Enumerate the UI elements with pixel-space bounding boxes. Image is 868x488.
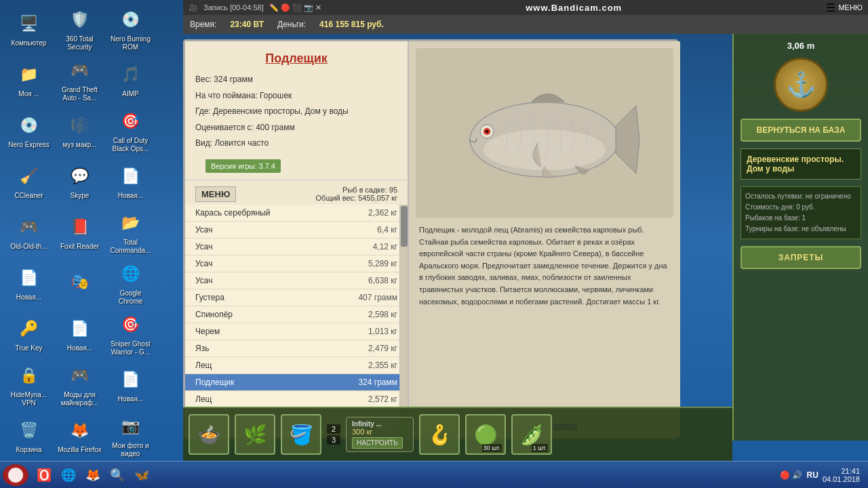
fish-weight-1: 6,4 кг bbox=[350, 225, 397, 235]
scrollbar-thumb[interactable] bbox=[401, 206, 408, 247]
fish-row-2[interactable]: Усач 4,12 кг bbox=[185, 239, 408, 256]
fish-row-4[interactable]: Усач 6,638 кг bbox=[185, 272, 408, 289]
desktop-icon-1[interactable]: 🛡️ 360 Total Security bbox=[54, 3, 105, 54]
desktop-icon-23[interactable]: 📄 Новая... bbox=[105, 359, 156, 410]
recording-info: 🎥 Запись [00-04:58] ✏️ 🔴 ⬛ 📷 ✕ bbox=[189, 3, 321, 12]
taskbar-opera[interactable]: 🅾️ bbox=[33, 464, 56, 486]
desktop-icon-img-8: 🎯 bbox=[117, 108, 144, 135]
desktop-icon-2[interactable]: 💿 Nero Burning ROM bbox=[105, 3, 156, 54]
fish-row-10[interactable]: Подлещик 324 грамм bbox=[185, 374, 408, 391]
desktop-icon-22[interactable]: 🎮 Моды для майнкраф... bbox=[54, 359, 105, 410]
desktop-icon-24[interactable]: 🗑️ Корзина bbox=[3, 410, 54, 461]
start-button[interactable] bbox=[3, 464, 28, 486]
desktop-icon-grid: 🖥️ Компьютер 🛡️ 360 Total Security 💿 Ner… bbox=[0, 0, 173, 461]
desktop-icon-9[interactable]: 🧹 CCleaner bbox=[3, 156, 54, 207]
desktop-icon-img-9: 🧹 bbox=[16, 163, 43, 190]
desktop-icon-15[interactable]: 📄 Новая... bbox=[3, 258, 54, 308]
fish-row-1[interactable]: Усач 6,4 кг bbox=[185, 222, 408, 239]
inventory-1-icon: 🪝 bbox=[428, 424, 452, 446]
desktop-icon-19[interactable]: 📄 Новая... bbox=[54, 308, 105, 359]
fish-count-value: Рыб в садке: 95 bbox=[316, 186, 397, 194]
desktop-icon-13[interactable]: 📕 Foxit Reader bbox=[54, 207, 105, 258]
desktop-icon-label-11: Новая... bbox=[118, 192, 143, 200]
desktop-icon-10[interactable]: 💬 Skype bbox=[54, 156, 105, 207]
taskbar-notification-icons[interactable]: 🔴 🔊 bbox=[780, 464, 803, 486]
bait-slot-3[interactable]: 🪣 bbox=[281, 414, 321, 455]
fish-description: Подлещик - молодой лещ (Abramis) из семе… bbox=[416, 224, 673, 415]
desktop-icon-4[interactable]: 🎮 Grand Theft Auto - Sa... bbox=[54, 54, 105, 105]
fish-illustration bbox=[443, 72, 646, 194]
desktop-icon-img-18: 🔑 bbox=[16, 315, 43, 342]
desktop-icon-25[interactable]: 🦊 Mozilla Firefox bbox=[54, 410, 105, 461]
desktop-icon-18[interactable]: 🔑 True Key bbox=[3, 308, 54, 359]
desktop-icon-7[interactable]: 🎼 муз макр... bbox=[54, 105, 105, 156]
desktop-icon-0[interactable]: 🖥️ Компьютер bbox=[3, 3, 54, 54]
inventory-slot-2[interactable]: 🟢 30 шт. bbox=[465, 414, 506, 455]
rod-panel: Infinity ... 300 кг НАСТРОИТЬ bbox=[346, 417, 414, 452]
fish-row-0[interactable]: Карась серебряный 2,362 кг bbox=[185, 205, 408, 222]
taskbar-browser1[interactable]: 🌐 bbox=[57, 464, 80, 486]
configure-button[interactable]: НАСТРОИТЬ bbox=[352, 437, 403, 449]
fish-name-11: Лещ bbox=[195, 394, 350, 404]
desktop-icon-8[interactable]: 🎯 Call of Duty Black Ops... bbox=[105, 105, 156, 156]
desktop-icon-img-15: 📄 bbox=[16, 264, 43, 291]
desktop-icon-label-22: Моды для майнкраф... bbox=[57, 391, 102, 407]
fish-list-scrollbar[interactable] bbox=[399, 205, 408, 437]
desktop-icon-11[interactable]: 📄 Новая... bbox=[105, 156, 156, 207]
desktop-icon-img-10: 💬 bbox=[66, 163, 94, 190]
inventory-slot-1[interactable]: 🪝 bbox=[419, 414, 460, 455]
location-title: Деревенские просторы. Дом у воды bbox=[747, 155, 855, 174]
menu-label[interactable]: МЕНЮ bbox=[838, 3, 863, 12]
desktop-icon-16[interactable]: 🎭 bbox=[54, 258, 105, 308]
desktop-icon-12[interactable]: 🎮 Old-Old-th... bbox=[3, 207, 54, 258]
desktop-icon-label-1: 360 Total Security bbox=[57, 35, 102, 52]
start-icon bbox=[8, 468, 23, 483]
desktop-icon-img-0: 🖥️ bbox=[16, 10, 43, 37]
desktop-icon-img-1: 🛡️ bbox=[66, 6, 94, 33]
bait-slot-1[interactable]: 🍲 bbox=[189, 414, 229, 455]
clock-date: 04.01.2018 bbox=[823, 475, 860, 483]
money-label: Деньги: bbox=[277, 20, 306, 29]
fish-row-3[interactable]: Усач 5,289 кг bbox=[185, 256, 408, 272]
desktop-icon-6[interactable]: 💿 Nero Express bbox=[3, 105, 54, 156]
fish-row-8[interactable]: Язь 2,479 кг bbox=[185, 340, 408, 357]
fish-weight-10: 324 грамм bbox=[350, 378, 397, 387]
fish-row-5[interactable]: Густера 407 грамм bbox=[185, 289, 408, 306]
fish-row-7[interactable]: Черем 1,013 кг bbox=[185, 323, 408, 340]
menu-label[interactable]: МЕНЮ bbox=[195, 186, 236, 202]
fish-weight-7: 1,013 кг bbox=[350, 327, 397, 336]
fish-row-11[interactable]: Лещ 2,572 кг bbox=[185, 391, 408, 408]
taskbar-quick-launch: 🅾️ 🌐 🦊 🔍 🦋 bbox=[33, 464, 153, 486]
ban-button[interactable]: ЗАПРЕТЫ bbox=[741, 246, 861, 269]
desktop-icon-label-5: AIMP bbox=[122, 90, 138, 98]
recording-timer: Запись [00-04:58] bbox=[203, 3, 264, 12]
desktop-icon-21[interactable]: 🔒 HideMyna... VPN bbox=[3, 359, 54, 410]
fish-row-6[interactable]: Спинопёр 2,598 кг bbox=[185, 306, 408, 323]
desktop-icon-20[interactable]: 🎯 Sniper Ghost Warrior - G... bbox=[105, 308, 156, 359]
fish-name-3: Усач bbox=[195, 259, 350, 268]
return-base-button[interactable]: ВЕРНУТЬСЯ НА БАЗА bbox=[741, 119, 861, 142]
bait-slot-2[interactable]: 🌿 bbox=[235, 414, 275, 455]
desktop-icon-3[interactable]: 📁 Моя ... bbox=[3, 54, 54, 105]
fish-location-info: Где: Деревенские просторы, Дом у воды bbox=[195, 104, 397, 119]
desktop-icon-17[interactable]: 🌐 Google Chrome bbox=[105, 258, 156, 308]
desktop-icon-26[interactable]: 📷 Мои фото и видео bbox=[105, 410, 156, 461]
desktop-icon-label-23: Новая... bbox=[118, 395, 143, 403]
desktop-icon-label-4: Grand Theft Auto - Sa... bbox=[57, 86, 102, 102]
taskbar-firefox[interactable]: 🦊 bbox=[81, 464, 104, 486]
fish-list[interactable]: Карась серебряный 2,362 кг Усач 6,4 кг У… bbox=[185, 205, 408, 437]
taskbar-language[interactable]: RU bbox=[807, 470, 818, 480]
desktop-icon-label-8: Call of Duty Black Ops... bbox=[108, 137, 153, 153]
desktop-icon-5[interactable]: 🎵 AIMP bbox=[105, 54, 156, 105]
taskbar-butterfly[interactable]: 🦋 bbox=[130, 464, 153, 486]
fish-name-9: Лещ bbox=[195, 361, 350, 370]
desktop-icon-img-25: 🦊 bbox=[66, 417, 94, 444]
taskbar-search[interactable]: 🔍 bbox=[106, 464, 129, 486]
right-game-panel: 3,06 m ⚓ ВЕРНУТЬСЯ НА БАЗА Деревенские п… bbox=[732, 34, 868, 441]
distance-display: 3,06 m bbox=[787, 41, 814, 51]
fish-min-weight: Оценивается с: 400 грамм bbox=[195, 121, 397, 136]
fish-row-9[interactable]: Лещ 2,355 кг bbox=[185, 357, 408, 374]
desktop-icon-14[interactable]: 📂 Total Commanda... bbox=[105, 207, 156, 258]
inventory-slot-3[interactable]: 🫛 1 шт. bbox=[511, 414, 552, 455]
desktop-icon-img-24: 🗑️ bbox=[16, 417, 43, 444]
